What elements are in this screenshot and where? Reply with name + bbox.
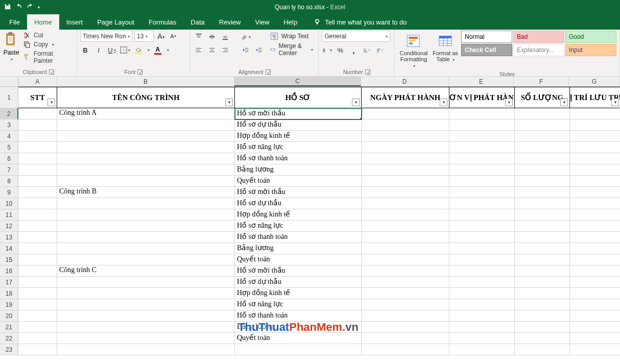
tab-insert[interactable]: Insert: [59, 14, 90, 30]
cell[interactable]: [362, 108, 449, 119]
cell[interactable]: [515, 333, 570, 344]
format-painter-button[interactable]: Format Painter: [23, 50, 74, 64]
col-header-A[interactable]: A: [18, 77, 57, 86]
cell[interactable]: Hồ sơ dự thầu: [235, 119, 362, 131]
cell[interactable]: [362, 119, 449, 131]
cell[interactable]: [57, 344, 235, 355]
cell[interactable]: [515, 164, 570, 176]
cell[interactable]: [515, 254, 570, 265]
row-header[interactable]: 20: [0, 310, 18, 322]
cell[interactable]: [515, 243, 570, 254]
cell[interactable]: Hồ sơ thanh toán: [235, 232, 362, 243]
cell[interactable]: [449, 131, 515, 142]
cell[interactable]: [362, 209, 449, 221]
cell[interactable]: [57, 277, 235, 288]
cell[interactable]: [362, 333, 449, 344]
col-header-B[interactable]: B: [57, 77, 234, 86]
cell[interactable]: [18, 288, 57, 299]
cell[interactable]: [449, 209, 515, 221]
cell[interactable]: Công trình C: [57, 265, 235, 277]
cell[interactable]: [449, 119, 515, 131]
cell[interactable]: Bảng lương: [235, 164, 362, 176]
cell[interactable]: [515, 299, 570, 310]
tell-me-search[interactable]: Tell me what you want to do: [304, 14, 407, 30]
cell[interactable]: [449, 164, 515, 176]
cell[interactable]: Hồ sơ thanh toán: [235, 153, 362, 164]
cell[interactable]: [57, 333, 235, 344]
decrease-indent-icon[interactable]: [241, 45, 251, 55]
orientation-icon[interactable]: ab▾: [241, 32, 251, 42]
row-header[interactable]: 13: [0, 232, 18, 243]
cell[interactable]: [18, 310, 57, 322]
redo-icon[interactable]: [27, 3, 34, 12]
cell[interactable]: [18, 187, 57, 198]
header-cell[interactable]: NGÀY PHÁT HÀNH▾: [362, 87, 449, 108]
cell[interactable]: [362, 254, 449, 265]
cell[interactable]: [570, 209, 620, 221]
cell[interactable]: Hợp đồng kinh tế: [235, 209, 362, 221]
row-header[interactable]: 5: [0, 142, 18, 153]
style-explanatory---[interactable]: Explanatory...: [513, 44, 564, 56]
row-header[interactable]: 2: [0, 108, 18, 119]
style-bad[interactable]: Bad: [513, 31, 564, 43]
cell[interactable]: [18, 142, 57, 153]
increase-font-icon[interactable]: A▴: [156, 31, 166, 41]
cell[interactable]: [18, 333, 57, 344]
italic-button[interactable]: I: [93, 45, 104, 55]
cell[interactable]: [362, 142, 449, 153]
increase-indent-icon[interactable]: [254, 45, 264, 55]
cell[interactable]: [449, 187, 515, 198]
row-header[interactable]: 12: [0, 221, 18, 232]
col-header-E[interactable]: E: [449, 77, 514, 86]
cell[interactable]: Hồ sơ mời thầu: [235, 108, 362, 119]
font-launcher-icon[interactable]: [137, 69, 142, 75]
cell[interactable]: Hợp đồng kinh tế: [235, 131, 362, 142]
align-left-icon[interactable]: [194, 45, 204, 55]
align-right-icon[interactable]: [220, 45, 230, 55]
align-bottom-icon[interactable]: [220, 32, 230, 42]
cell[interactable]: [57, 254, 235, 265]
row-header[interactable]: 22: [0, 333, 18, 344]
cell[interactable]: [362, 131, 449, 142]
cell[interactable]: [515, 288, 570, 299]
row-header[interactable]: 4: [0, 131, 18, 142]
tab-data[interactable]: Data: [183, 14, 211, 30]
cell[interactable]: [449, 333, 515, 344]
wrap-text-button[interactable]: Wrap Text: [268, 31, 316, 42]
cell[interactable]: [57, 198, 235, 209]
filter-dropdown-icon[interactable]: ▾: [352, 99, 360, 106]
header-cell[interactable]: VỊ TRÍ LƯU TRỮ▾: [570, 87, 620, 108]
cell[interactable]: Hồ sơ dự thầu: [235, 277, 362, 288]
cell[interactable]: [18, 209, 57, 221]
tab-review[interactable]: Review: [212, 14, 248, 30]
cell[interactable]: [18, 164, 57, 176]
clipboard-launcher-icon[interactable]: [49, 69, 54, 75]
cell[interactable]: [57, 153, 235, 164]
align-middle-icon[interactable]: [207, 32, 217, 42]
decrease-decimal-icon[interactable]: .00.0: [375, 45, 385, 55]
cell[interactable]: [515, 310, 570, 322]
cell[interactable]: [362, 288, 449, 299]
cell[interactable]: [570, 198, 620, 209]
tab-formulas[interactable]: Formulas: [141, 14, 183, 30]
cell[interactable]: [57, 288, 235, 299]
header-cell[interactable]: TÊN CÔNG TRÌNH▾: [57, 87, 235, 108]
style-normal[interactable]: Normal: [461, 31, 512, 43]
cell[interactable]: [18, 221, 57, 232]
cell[interactable]: Hồ sơ năng lực: [235, 299, 362, 310]
cell[interactable]: [362, 265, 449, 277]
cell[interactable]: [515, 277, 570, 288]
cell[interactable]: [515, 221, 570, 232]
cell[interactable]: [57, 131, 235, 142]
cell[interactable]: [570, 254, 620, 265]
number-launcher-icon[interactable]: [365, 69, 370, 75]
cell[interactable]: [57, 299, 235, 310]
header-cell[interactable]: STT▾: [18, 87, 57, 108]
cell[interactable]: [449, 243, 515, 254]
cell[interactable]: Hợp đồng kinh tế: [235, 288, 362, 299]
filter-dropdown-icon[interactable]: ▾: [505, 99, 513, 106]
cell[interactable]: [362, 344, 449, 355]
filter-dropdown-icon[interactable]: ▾: [440, 99, 447, 106]
cell[interactable]: Quyết toán: [235, 176, 362, 187]
cell[interactable]: [18, 108, 57, 119]
